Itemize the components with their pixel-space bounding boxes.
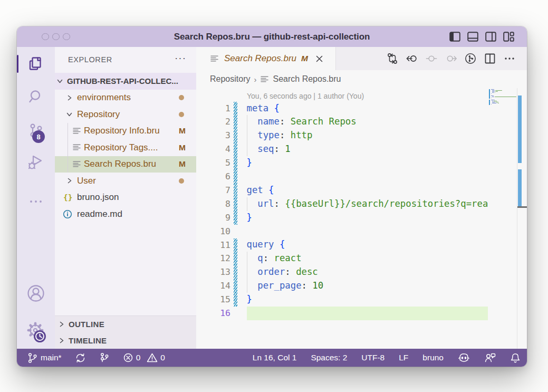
- tree-item-label: GITHUB-REST-API-COLLEC...: [67, 77, 178, 85]
- tree-item-label: Repository: [77, 109, 120, 120]
- previous-change-icon[interactable]: [426, 53, 437, 64]
- tree-item-user[interactable]: User: [55, 173, 196, 189]
- tree-item-repository[interactable]: Repository: [55, 106, 196, 123]
- tree-item-repository-tags[interactable]: Repository Tags....M: [55, 139, 196, 156]
- code-line: query {: [247, 238, 488, 252]
- code-token: [268, 253, 274, 263]
- tab-git-modified-badge: M: [301, 54, 308, 63]
- breadcrumb-item[interactable]: Search Repos.bru: [273, 74, 341, 84]
- code-token: [280, 144, 285, 154]
- tree-item-label: environments: [77, 92, 131, 103]
- status-label: main*: [41, 353, 62, 362]
- panel-header-outline[interactable]: OUTLINE: [55, 315, 196, 332]
- sync-icon: [75, 352, 86, 364]
- error-count: 0: [136, 353, 141, 362]
- overview-modified-marker: [518, 169, 522, 206]
- git-modified-dot-badge: [179, 178, 186, 184]
- layout-controls: [449, 26, 514, 47]
- git-blame-annotation: You, 6 seconds ago | 1 author (You): [247, 92, 364, 100]
- toggle-primary-sidebar-icon[interactable]: [449, 31, 460, 42]
- minimap-line: [495, 91, 497, 92]
- tree-item-environments[interactable]: environments: [55, 90, 196, 107]
- tree-item-readme-md[interactable]: readme.md: [55, 206, 196, 223]
- minimap-line: [495, 97, 516, 97]
- code-token: name: [257, 116, 280, 127]
- tree-root-github-rest-api-collec[interactable]: GITHUB-REST-API-COLLEC...: [55, 73, 196, 90]
- code-token: :: [302, 280, 307, 291]
- line-number: 9: [196, 211, 230, 225]
- code-token: meta: [247, 103, 269, 113]
- status-notifications[interactable]: [510, 352, 521, 364]
- code-token: {: [274, 239, 285, 250]
- compare-changes-icon[interactable]: [387, 53, 398, 64]
- panel-header-timeline[interactable]: TIMELINE: [55, 332, 196, 349]
- open-changes-icon[interactable]: [406, 53, 418, 64]
- file-lines-icon: [260, 75, 269, 84]
- minimap[interactable]: [488, 88, 517, 349]
- code-area[interactable]: You, 6 seconds ago | 1 author (You) 1234…: [196, 88, 527, 349]
- status-sync[interactable]: [75, 352, 86, 364]
- status-branch[interactable]: main*: [27, 352, 62, 364]
- tree-item-label: Search Repos.bru: [84, 159, 156, 169]
- status-feedback[interactable]: [484, 352, 496, 363]
- status-source-control-graph[interactable]: [99, 352, 110, 364]
- chevron-right-icon: [58, 337, 65, 344]
- info-icon: [63, 209, 72, 219]
- activity-item-explorer[interactable]: [17, 51, 55, 77]
- line-number: 4: [196, 142, 230, 156]
- warning-count: 0: [160, 353, 165, 362]
- tree-item-label: bruno.json: [77, 192, 119, 203]
- tree-item-repository-info-bru[interactable]: Repository Info.bruM: [55, 123, 196, 140]
- next-change-icon[interactable]: [445, 53, 457, 64]
- activity-item-run-and-debug[interactable]: [17, 149, 55, 175]
- code-token: per_page: [257, 280, 301, 291]
- sidebar-more-actions-icon[interactable]: ···: [175, 52, 186, 64]
- source-control-graph-icon[interactable]: [465, 53, 476, 64]
- status-copilot[interactable]: [458, 352, 470, 364]
- breadcrumb-item[interactable]: Repository: [210, 74, 250, 84]
- tree-item-search-repos-bru[interactable]: Search Repos.bruM: [55, 156, 196, 173]
- split-editor-icon[interactable]: [484, 53, 496, 64]
- code-token: Search Repos: [291, 116, 357, 127]
- tab-close-icon[interactable]: [315, 54, 324, 63]
- status-indentation[interactable]: Spaces: 2: [311, 353, 347, 362]
- tree-item-bruno-json[interactable]: {}bruno.json: [55, 189, 196, 206]
- status-right: Ln 16, Col 1Spaces: 2UTF-8LFbruno: [253, 352, 527, 364]
- code-token: {: [268, 103, 280, 113]
- code-token: [280, 198, 285, 209]
- line-number: 3: [196, 129, 230, 142]
- code-token: [291, 266, 296, 277]
- warnings-icon: [147, 352, 158, 363]
- code-line: }: [247, 211, 488, 225]
- file-lines-icon: [210, 54, 219, 63]
- toggle-panel-icon[interactable]: [467, 31, 478, 42]
- json-braces-icon: {}: [63, 192, 72, 203]
- status-problems[interactable]: 00: [123, 352, 165, 363]
- activity-item-accounts[interactable]: [17, 281, 55, 306]
- panel-header-label: OUTLINE: [69, 320, 104, 329]
- activity-item-search[interactable]: [17, 84, 55, 109]
- code-line: order: desc: [247, 265, 488, 279]
- code-token: type: [257, 130, 280, 140]
- code-line: q: react: [247, 252, 488, 265]
- editor-actions: [387, 47, 527, 70]
- minimap-line: [494, 97, 494, 97]
- overview-ruler[interactable]: [517, 88, 527, 349]
- activity-item-additional-views[interactable]: [17, 189, 55, 214]
- status-language-mode[interactable]: bruno: [422, 353, 444, 362]
- status-eol[interactable]: LF: [399, 353, 408, 362]
- customize-layout-icon[interactable]: [503, 31, 514, 42]
- status-encoding[interactable]: UTF-8: [361, 353, 384, 362]
- chevron-down-icon: [66, 111, 73, 118]
- git-modified-badge: M: [179, 159, 186, 169]
- code-token: [247, 253, 258, 263]
- status-cursor-position[interactable]: Ln 16, Col 1: [253, 353, 297, 362]
- toggle-secondary-sidebar-icon[interactable]: [485, 31, 496, 42]
- tab-search-repos[interactable]: Search Repos.bru M: [196, 47, 336, 70]
- sidebar-title: EXPLORER: [68, 55, 112, 64]
- more-actions-icon[interactable]: [504, 53, 515, 64]
- tree-item-label: User: [77, 176, 96, 186]
- code-line: type: http: [247, 129, 488, 142]
- code-token: [247, 144, 258, 154]
- line-number: 6: [196, 170, 230, 184]
